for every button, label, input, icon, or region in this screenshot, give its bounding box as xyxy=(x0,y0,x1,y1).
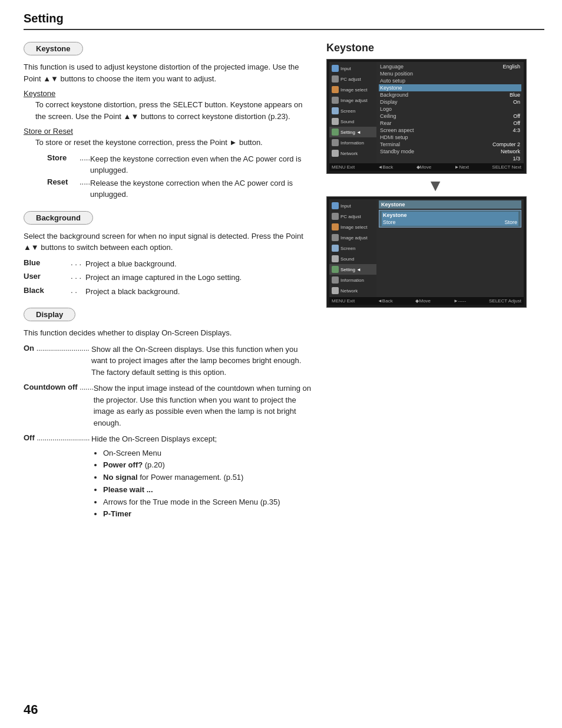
display-off-row: Off ........................... Hide the… xyxy=(24,433,315,521)
keystone-section: Keystone This function is used to adjust… xyxy=(24,42,315,200)
display-label: Display xyxy=(24,308,75,321)
keystone-para2: To store or reset the keystone correctio… xyxy=(35,137,315,149)
reset-dots: ..... xyxy=(80,177,90,200)
off-bullet-5: Arrows for the True mode in the Screen M… xyxy=(103,496,315,509)
arrow-down-icon: ▼ xyxy=(326,177,544,194)
osd1-sidebar-sound: Sound xyxy=(329,116,376,127)
osd1-row-display: DisplayOn xyxy=(379,98,521,106)
osd2-keystone-header: Keystone xyxy=(379,200,521,209)
osd1-row-aspect: Screen aspect4:3 xyxy=(379,127,521,134)
osd1-sidebar-screen: Screen xyxy=(329,106,376,116)
osd2-keystone-sub: Keystone StoreStore xyxy=(379,210,521,228)
osd1-row-language: LanguageEnglish xyxy=(379,63,521,70)
osd2-sidebar-network: Network xyxy=(329,285,376,296)
keystone-subheading2: Store or Reset xyxy=(24,127,315,136)
keystone-intro: This function is used to adjust keystone… xyxy=(24,61,315,84)
osd1-row-keystone: Keystone xyxy=(379,84,521,91)
display-intro: This function decides whether to display… xyxy=(24,327,315,339)
osd2-store-row: StoreStore xyxy=(382,219,518,226)
osd1-sidebar-pc: PC adjust xyxy=(329,74,376,84)
osd2-sidebar-sound: Sound xyxy=(329,253,376,264)
osd-section-title: Keystone xyxy=(326,42,544,54)
off-bullet-1: On-Screen Menu xyxy=(103,447,315,460)
store-label: Store xyxy=(47,153,80,176)
osd1-sidebar-info: Information xyxy=(329,137,376,148)
osd2-sidebar-imageadj: Image adjust xyxy=(329,232,376,243)
blue-dots: . . . xyxy=(71,258,85,270)
osd1-row-standby: Standby modeNetwork xyxy=(379,148,521,155)
keystone-label: Keystone xyxy=(24,42,83,55)
osd1-row-ceiling: CeilingOff xyxy=(379,113,521,120)
osd1-main: LanguageEnglish Menu position Auto setup… xyxy=(376,62,524,163)
countdown-term: Countdown off ....... xyxy=(24,383,94,391)
off-bullet-6: P-Timer xyxy=(103,508,315,521)
right-column: Keystone Input PC adjust xyxy=(326,42,544,525)
osd2-sidebar-info: Information xyxy=(329,275,376,285)
black-dots: . . xyxy=(71,286,85,298)
user-desc: Project an image captured in the Logo se… xyxy=(85,272,315,284)
left-column: Keystone This function is used to adjust… xyxy=(24,42,315,525)
reset-desc: Release the keystone correction when the… xyxy=(90,177,315,200)
keystone-reset-row: Reset ..... Release the keystone correct… xyxy=(47,177,315,200)
osd-screenshot-1: Input PC adjust Image select Image xyxy=(326,59,527,174)
keystone-store-row: Store ..... Keep the keystone correction… xyxy=(47,153,315,176)
black-row: Black . . Project a black background. xyxy=(24,286,315,298)
osd-screenshot-2: Input PC adjust Image select Image xyxy=(326,196,527,308)
osd1-row-rear: RearOff xyxy=(379,120,521,127)
keystone-para1: To correct keystone distortion, press th… xyxy=(35,99,315,122)
black-desc: Project a black background. xyxy=(85,286,315,298)
osd1-sidebar-input: Input xyxy=(329,63,376,74)
store-dots: ..... xyxy=(80,153,90,176)
osd2-main: Keystone Keystone StoreStore xyxy=(376,199,524,297)
off-bullet-2: Power off? (p.20) xyxy=(103,459,315,472)
osd2-sidebar: Input PC adjust Image select Image xyxy=(329,199,376,297)
on-desc: Show all the On-Screen displays. Use thi… xyxy=(91,344,315,378)
off-bullet-3: No signal for Power management. (p.51) xyxy=(103,472,315,484)
osd1-sidebar-network: Network xyxy=(329,148,376,159)
osd1-sidebar-imagesel: Image select xyxy=(329,84,376,95)
osd1-sidebar-setting: Setting ◄ xyxy=(329,127,376,137)
display-on-row: On ........................... Show all … xyxy=(24,344,315,378)
osd1-row-logo: Logo xyxy=(379,106,521,113)
osd2-footer-move: ◆Move xyxy=(415,298,431,304)
user-term: User xyxy=(24,272,71,284)
osd1-sidebar-imageadj: Image adjust xyxy=(329,95,376,106)
blue-desc: Project a blue background. xyxy=(85,258,315,270)
background-label: Background xyxy=(24,211,93,225)
page-header: Setting xyxy=(24,12,544,30)
user-row: User . . . Project an image captured in … xyxy=(24,272,315,284)
osd2-footer-dashes: ►----- xyxy=(454,298,466,304)
page-number: 46 xyxy=(24,702,38,717)
osd2-sidebar-screen: Screen xyxy=(329,243,376,253)
osd1-sidebar: Input PC adjust Image select Image xyxy=(329,62,376,163)
blue-term: Blue xyxy=(24,258,71,270)
background-section: Background Select the background screen … xyxy=(24,211,315,298)
osd2-sidebar-imagesel: Image select xyxy=(329,222,376,232)
osd2-keystone-sub-title: Keystone xyxy=(382,212,518,219)
reset-label: Reset xyxy=(47,177,80,200)
on-term: On ........................... xyxy=(24,344,91,353)
osd2-footer-adjust: SELECT Adjust xyxy=(489,298,521,304)
osd2-footer-back: ◄Back xyxy=(378,298,393,304)
osd1-row-hdmi: HDMI setup xyxy=(379,134,521,141)
off-bullets-list: On-Screen Menu Power off? (p.20) No sign… xyxy=(103,447,315,521)
off-term: Off ........................... xyxy=(24,433,91,442)
osd1-footer-select: SELECT Next xyxy=(492,164,521,170)
blue-row: Blue . . . Project a blue background. xyxy=(24,258,315,270)
osd2-sidebar-input: Input xyxy=(329,200,376,211)
osd1-row-terminal: TerminalComputer 2 xyxy=(379,141,521,148)
store-desc: Keep the keystone correction even when t… xyxy=(90,153,315,176)
osd1-footer-move: ◆Move xyxy=(416,164,432,170)
page-title: Setting xyxy=(24,12,544,25)
off-desc: Hide the On-Screen Displays except; On-S… xyxy=(91,433,315,521)
osd1-footer-exit: MENU Exit xyxy=(332,164,355,170)
background-options: Blue . . . Project a blue background. Us… xyxy=(24,258,315,298)
off-bullet-4: Please wait ... xyxy=(103,484,315,496)
osd1-row-menupos: Menu position xyxy=(379,70,521,77)
countdown-desc: Show the input image instead of the coun… xyxy=(94,383,315,429)
osd1-row-page: 1/3 xyxy=(379,155,521,162)
display-countdown-row: Countdown off ....... Show the input ima… xyxy=(24,383,315,429)
osd2-sidebar-pc: PC adjust xyxy=(329,211,376,222)
black-term: Black xyxy=(24,286,71,298)
osd1-footer-back: ◄Back xyxy=(378,164,394,170)
